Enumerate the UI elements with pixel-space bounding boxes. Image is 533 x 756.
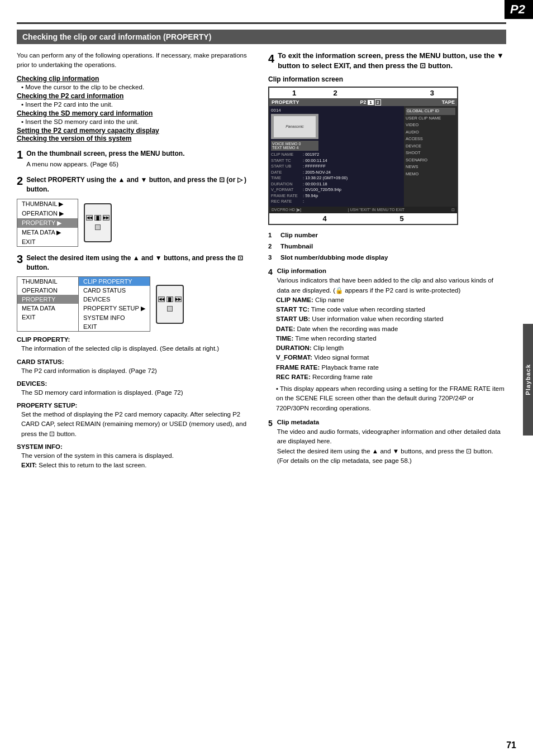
remote-btn-ffwd[interactable]: ▶▶: [103, 215, 110, 221]
menu-item-property[interactable]: PROPERTY ▶: [17, 218, 78, 228]
clip-metadata-num: 5: [268, 418, 273, 466]
checking-clip-text: Move the cursor to the clip to be checke…: [17, 83, 257, 92]
clip-info-body: Various indicators that have been added …: [277, 277, 493, 293]
clip-property-body: The information of the selected clip is …: [17, 344, 257, 353]
screen-num-3: 3: [430, 89, 434, 97]
clip-info-detail: 4 Clip information Various indicators th…: [268, 266, 506, 413]
screen-memo-voice: VOICE MEMO 0: [272, 142, 317, 146]
checking-sd-text: Insert the SD memory card into the unit.: [17, 117, 257, 127]
clip-metadata-note: Select the desired item using the ▲ and …: [277, 448, 493, 464]
remote-btn-ffwd2[interactable]: ▶▶: [175, 296, 182, 302]
sub-system-info[interactable]: SYSTEM INFO: [79, 313, 150, 322]
remote-btn-rewind[interactable]: ◀◀: [86, 215, 93, 221]
item-clip-number: 1 Clip number: [268, 231, 506, 240]
screen-brand: Panasonic: [285, 125, 304, 128]
screen-right-panel: GLOBAL CLIP ID USER CLIP NAME VIDEO AUDI…: [404, 106, 457, 207]
setting-p2-heading: Setting the P2 card memory capacity disp…: [17, 127, 257, 135]
page-number: 71: [506, 740, 516, 750]
step3-main-menu: THUMBNAIL OPERATION PROPERTY META DATA E…: [17, 276, 78, 332]
screen-body: 0014 Panasonic VOICE MEMO 0 TEXT MEMO 4: [269, 106, 457, 207]
step2-menu: THUMBNAIL ▶ OPERATION ▶ PROPERTY ▶ META …: [17, 199, 78, 247]
sub-card-status[interactable]: CARD STATUS: [79, 286, 150, 295]
step3-num: 3: [17, 253, 23, 265]
sub-devices[interactable]: DEVICES: [79, 295, 150, 304]
sub-clip-property[interactable]: CLIP PROPERTY: [79, 277, 150, 286]
sub-property-setup[interactable]: PROPERTY SETUP ▶: [79, 304, 150, 313]
exit-section: EXIT: Select this to return to the last …: [17, 461, 257, 470]
checking-clip-heading: Checking clip information: [17, 75, 257, 83]
step3-menu-metadata[interactable]: META DATA: [17, 304, 78, 313]
step3-text: Select the desired item using the ▲ and …: [26, 253, 257, 272]
remote-btn-play2[interactable]: ▐▌: [166, 296, 173, 302]
checking-version-heading: Checking the version of this system: [17, 135, 257, 142]
devices-heading: DEVICES:: [17, 380, 257, 387]
remote-btn-rewind2[interactable]: ◀◀: [158, 296, 165, 302]
devices-section: DEVICES: The SD memory card information …: [17, 380, 257, 398]
devices-body: The SD memory card information is displa…: [17, 388, 257, 398]
screen-memo-item: MEMO: [406, 171, 455, 178]
menu-item-thumbnail[interactable]: THUMBNAIL ▶: [17, 199, 78, 209]
screen-clip-num: 0014: [271, 108, 402, 113]
remote-btn-play[interactable]: ▐▌: [94, 215, 101, 221]
sub-exit[interactable]: EXIT: [79, 322, 150, 331]
step4-num: 4: [268, 51, 274, 66]
clip-info-content: Clip information Various indicators that…: [277, 266, 506, 295]
menu-item-metadata[interactable]: META DATA ▶: [17, 228, 78, 237]
step1-text: On the thumbnail screen, press the MENU …: [26, 149, 257, 159]
clip-metadata-detail: 5 Clip metadata The video and audio form…: [268, 418, 506, 466]
menu-item-exit[interactable]: EXIT: [17, 237, 78, 246]
step2: 2 Select PROPERTY using the ▲ and ▼ butt…: [17, 175, 257, 194]
step3-submenu-container: THUMBNAIL OPERATION PROPERTY META DATA E…: [17, 276, 257, 332]
clip-property-section: CLIP PROPERTY: The information of the se…: [17, 336, 257, 353]
step3-menu-operation[interactable]: OPERATION: [17, 286, 78, 295]
screen-bottom-bar: DVCPRO HD [▶] | USH "EXIT" IN MENU TO EX…: [269, 207, 457, 213]
system-info-body: The version of the system in this camera…: [17, 451, 257, 461]
clip-metadata-num-row: 5 Clip metadata The video and audio form…: [268, 418, 506, 466]
remote-btn-square[interactable]: [95, 224, 101, 230]
clip-info-num: 4: [268, 266, 273, 295]
menu-item-operation[interactable]: OPERATION ▶: [17, 209, 78, 218]
card-status-section: CARD STATUS: The P2 card information is …: [17, 358, 257, 376]
screen-num-1: 1: [292, 89, 296, 97]
property-setup-section: PROPERTY SETUP: Set the method of displa…: [17, 402, 257, 439]
step1: 1 On the thumbnail screen, press the MEN…: [17, 149, 257, 169]
clip-metadata-label: Clip metadata: [277, 419, 319, 425]
checking-p2-text: Insert the P2 card into the unit.: [17, 100, 257, 109]
left-column: You can perform any of the following ope…: [17, 51, 257, 470]
screen-global-clip-id: GLOBAL CLIP ID: [406, 108, 455, 115]
screen-access: ACCESS: [406, 136, 455, 143]
screen-video: VIDEO: [406, 122, 455, 129]
page-header: Checking the clip or card information (P…: [17, 30, 506, 44]
clip-info-num-row: 4 Clip information Various indicators th…: [268, 266, 506, 295]
step3-sub-menu: CLIP PROPERTY CARD STATUS DEVICES PROPER…: [78, 276, 150, 332]
screen-news: NEWS: [406, 164, 455, 171]
remote-control-1: ◀◀ ▐▌ ▶▶: [84, 203, 112, 242]
step3-submenu-layout: THUMBNAIL OPERATION PROPERTY META DATA E…: [17, 276, 150, 332]
screen-memo: VOICE MEMO 0 TEXT MEMO 4: [271, 141, 318, 151]
step3-menu-property[interactable]: PROPERTY: [17, 295, 78, 304]
step3-menu-exit[interactable]: EXIT: [17, 313, 78, 322]
playback-label: Playback: [525, 364, 531, 395]
step3-menu-thumbnail[interactable]: THUMBNAIL: [17, 277, 78, 286]
p2-badge: P2: [505, 0, 533, 19]
card-status-heading: CARD STATUS:: [17, 358, 257, 365]
checking-p2-heading: Checking the P2 card information: [17, 92, 257, 100]
card-status-body: The P2 card information is displayed. (P…: [17, 366, 257, 376]
item-slot-number: 3 Slot number/dubbing mode display: [268, 253, 506, 262]
screen-data-rows: CLIP NAME: 001972 START TC: 00:00:11.14 …: [271, 152, 402, 205]
screen-thumbnail: Panasonic: [271, 114, 318, 139]
property-setup-body: Set the method of displaying the P2 card…: [17, 410, 257, 439]
screen-user-clip-name: USER CLIP NAME: [406, 115, 455, 122]
clip-metadata-body: The video and audio formats, videographe…: [277, 428, 501, 444]
screen-top-left: PROPERTY: [272, 99, 299, 105]
screen-num-5: 5: [399, 214, 403, 223]
screen-scenario: SCENARIO: [406, 157, 455, 164]
right-column: 4 To exit the information screen, press …: [268, 51, 506, 470]
screen-bottom-left: DVCPRO HD [▶]: [272, 208, 301, 212]
remote-btn-square2[interactable]: [167, 306, 173, 312]
step4-header: 4 To exit the information screen, press …: [268, 51, 506, 71]
step2-text: Select PROPERTY using the ▲ and ▼ button…: [26, 175, 257, 194]
remote-control-2: ◀◀ ▐▌ ▶▶: [156, 285, 184, 324]
screen-audio: AUDIO: [406, 129, 455, 136]
screen-top-mid: P2 1 2: [360, 99, 381, 105]
